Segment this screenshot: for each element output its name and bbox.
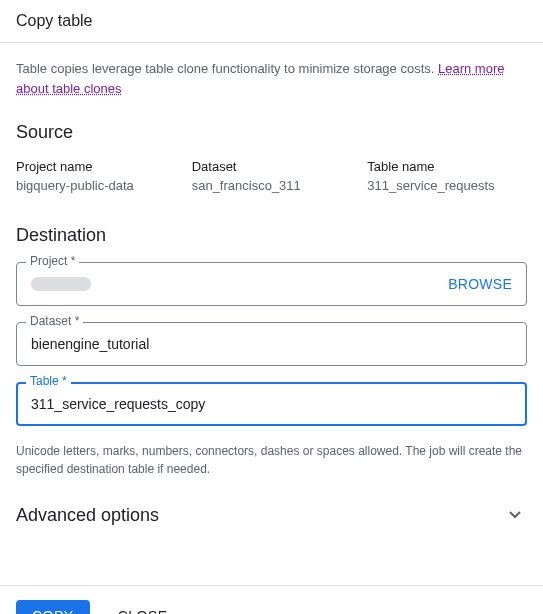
dialog-footer: COPY CLOSE [0,585,543,614]
source-grid: Project name bigquery-public-data Datase… [16,159,527,193]
source-project-col: Project name bigquery-public-data [16,159,176,193]
project-field-group: Project * BROWSE [16,262,527,306]
dataset-input[interactable] [31,336,512,352]
source-dataset-col: Dataset san_francisco_311 [192,159,352,193]
dialog-title: Copy table [16,12,527,30]
table-input[interactable] [31,396,512,412]
dataset-field-box[interactable] [16,322,527,366]
info-text-body: Table copies leverage table clone functi… [16,61,438,76]
source-heading: Source [16,122,527,143]
table-field-group: Table * [16,382,527,426]
table-field-box[interactable] [16,382,527,426]
dataset-field-group: Dataset * [16,322,527,366]
dataset-field-label: Dataset * [26,314,83,328]
browse-button[interactable]: BROWSE [448,276,512,292]
source-table-value: 311_service_requests [367,178,527,193]
copy-button[interactable]: COPY [16,600,90,614]
project-field-box[interactable]: BROWSE [16,262,527,306]
source-dataset-value: san_francisco_311 [192,178,352,193]
close-button[interactable]: CLOSE [106,600,180,614]
destination-heading: Destination [16,225,527,246]
dialog-header: Copy table [0,0,543,43]
source-project-value: bigquery-public-data [16,178,176,193]
source-dataset-label: Dataset [192,159,352,174]
source-table-label: Table name [367,159,527,174]
project-field-label: Project * [26,254,79,268]
advanced-options-label: Advanced options [16,505,159,526]
source-table-col: Table name 311_service_requests [367,159,527,193]
project-value-redacted [31,277,91,291]
chevron-down-icon [503,502,527,529]
table-helper-text: Unicode letters, marks, numbers, connect… [16,442,527,478]
info-text: Table copies leverage table clone functi… [16,59,527,98]
advanced-options-expander[interactable]: Advanced options [16,502,527,529]
dialog-content: Table copies leverage table clone functi… [0,43,543,585]
source-project-label: Project name [16,159,176,174]
table-field-label: Table * [26,374,71,388]
